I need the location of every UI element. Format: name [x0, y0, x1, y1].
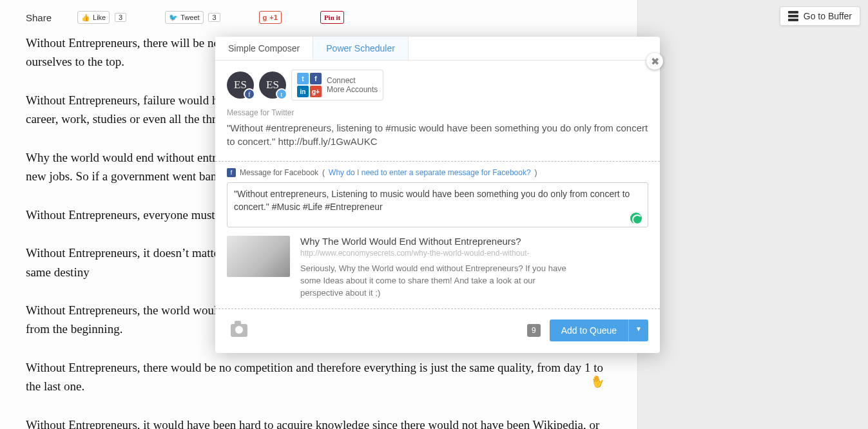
twitter-icon: t [297, 73, 309, 84]
facebook-message-label: Message for Facebook [240, 168, 318, 177]
close-icon[interactable]: ✖ [646, 53, 663, 70]
buffer-stack-icon [788, 11, 798, 21]
gplus-button[interactable]: g+1 [259, 11, 282, 24]
facebook-why-link[interactable]: Why do I need to enter a separate messag… [329, 168, 531, 177]
add-to-queue-label[interactable]: Add to Queue [550, 319, 628, 341]
twitter-message-text[interactable]: "Without #entrepreneurs, listening to #m… [227, 120, 648, 149]
buffer-composer-modal: ✖ Simple Composer Power Scheduler ES f E… [215, 37, 660, 353]
share-bar: Share 👍Like 3 🐦Tweet 3 g+1 Pin it [26, 5, 612, 30]
twitter-badge-icon: t [276, 88, 287, 100]
more-accounts-label: More Accounts [327, 85, 378, 94]
add-to-queue-button[interactable]: Add to Queue ▼ [550, 319, 648, 341]
connect-label: Connect [327, 76, 378, 85]
goto-buffer-label: Go to Buffer [804, 11, 852, 21]
character-count-badge: 9 [527, 324, 541, 337]
connect-more-accounts[interactable]: t f in g+ Connect More Accounts [291, 70, 383, 100]
profile-avatar-facebook[interactable]: ES f [227, 72, 254, 99]
facebook-icon: f [227, 168, 236, 177]
chevron-down-icon[interactable]: ▼ [628, 319, 648, 341]
tweet-button[interactable]: 🐦Tweet 3 [165, 11, 220, 24]
article-paragraph: Without Entrepreneurs, there would be no… [26, 358, 612, 396]
grammarly-icon[interactable] [630, 213, 642, 224]
link-preview-thumbnail[interactable] [227, 236, 290, 277]
fb-like-button[interactable]: 👍Like 3 [77, 11, 126, 24]
article-paragraph: Without Entrepreneurs, it would have bee… [26, 415, 612, 429]
twitter-message-label: Message for Twitter [227, 108, 648, 117]
facebook-badge-icon: f [244, 88, 255, 100]
composer-tabs: Simple Composer Power Scheduler [215, 37, 660, 61]
linkedin-icon: in [297, 86, 309, 97]
link-preview-title: Why The World Would End Without Entrepre… [300, 236, 577, 247]
profile-row: ES f ES t t f in g+ Connect More Account… [227, 70, 648, 100]
twitter-section: ES f ES t t f in g+ Connect More Account… [215, 61, 660, 161]
composer-footer: 9 Add to Queue ▼ [215, 309, 660, 353]
pinit-button[interactable]: Pin it [320, 11, 344, 24]
tab-simple-composer[interactable]: Simple Composer [215, 37, 313, 60]
facebook-message-textarea[interactable] [227, 182, 648, 227]
profile-avatar-twitter[interactable]: ES t [259, 72, 286, 99]
link-preview: Why The World Would End Without Entrepre… [215, 236, 660, 309]
link-preview-url: http://www.economysecrets.com/why-the-wo… [300, 249, 577, 258]
goto-buffer-button[interactable]: Go to Buffer [780, 6, 860, 26]
network-icons-grid: t f in g+ [297, 73, 322, 97]
facebook-icon: f [310, 73, 322, 84]
link-preview-description: Seriously, Why the World would end witho… [300, 263, 577, 300]
tab-power-scheduler[interactable]: Power Scheduler [313, 37, 409, 60]
googleplus-icon: g+ [310, 86, 322, 97]
share-label: Share [26, 12, 52, 23]
facebook-header: f Message for Facebook ( Why do I need t… [215, 162, 660, 180]
camera-icon[interactable] [231, 324, 247, 337]
